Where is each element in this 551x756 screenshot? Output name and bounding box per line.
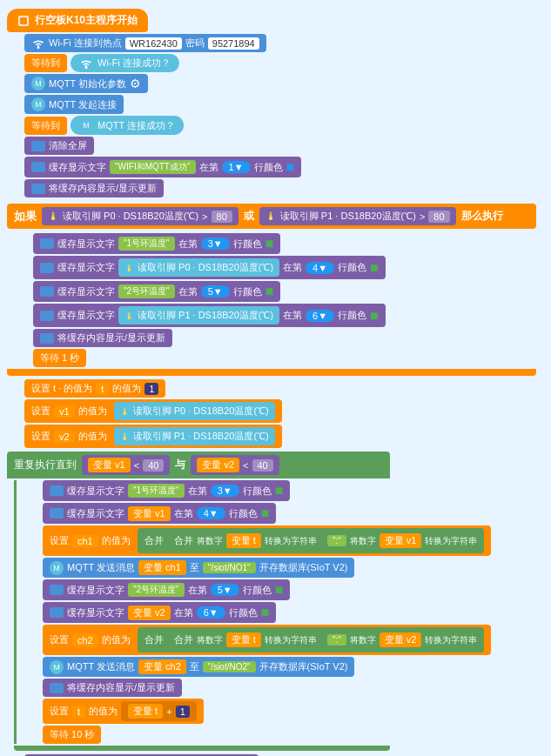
loop-save-v2-block[interactable]: 缓存显示文字 变量 v2 在第 6▼ 行颜色 ■ [43,602,276,623]
wait-mqtt-row: 等待到 M MQTT 连接成功？ [24,116,544,135]
save-2hao-icon [40,286,54,297]
hat-icon [17,15,30,27]
text-2hao: "2号环温度" [118,284,175,298]
loop-row-6[interactable]: 6▼ [197,606,225,619]
refresh1-label: 将缓存内容显示/显示更新 [49,182,157,195]
if-label: 如果 [14,209,37,224]
set-v2-block[interactable]: 设置 v2 的值为 🌡 读取引脚 P1 · DS18B20温度(℃) [24,425,282,448]
loop-refresh-row: 将缓存内容显示/显示更新 [43,679,544,697]
hat-block-row: 行空板K10主程序开始 [7,9,544,32]
mqtt-send2-block[interactable]: M MQTT 发送消息 变量 ch2 至 "/siot/NO2" 开存数据库(S… [43,657,354,677]
mqtt-send2-row: M MQTT 发送消息 变量 ch2 至 "/siot/NO2" 开存数据库(S… [43,657,544,677]
row-1-val[interactable]: 1▼ [222,161,251,173]
t-val[interactable]: 1 [144,383,158,395]
refresh1-row: 将缓存内容显示/显示更新 [24,179,544,197]
set-t-label: 设置 t · 的值为 [31,382,92,395]
mqtt-connect-row: M MQTT 发起连接 [24,95,544,114]
slot-no2: "/siot/NO2" [203,661,256,672]
workspace: 行空板K10主程序开始 Wi-Fi 连接到热点 WR162430 密码 9527… [0,0,551,756]
loop-val-40-1: 40 [143,459,164,472]
v1-temp-block: 🌡 读取引脚 P0 · DS18B20温度(℃) [114,402,275,420]
loop-save-1hao-block[interactable]: 缓存显示文字 "1号环温度" 在第 3▼ 行颜色 ■ [43,480,290,501]
wait-wifi-block[interactable]: 等待到 [24,54,67,72]
wait-mqtt-label: 等待到 [31,119,60,132]
row-4-val[interactable]: 4▼ [306,262,334,274]
merge-var-v1: 变量 v1 [380,533,422,548]
set-ch1-block[interactable]: 设置 ch1 的值为 合并 合并 将数字 变量 t 转换为字符串 ":" 将数字… [43,525,491,556]
set-t-block[interactable]: 设置 t · 的值为 t 的值为 1 [24,379,165,398]
or-label: 或 [244,209,254,224]
refresh1-icon [31,184,45,194]
loop-save-2hao-icon [50,585,64,595]
mqtt-send1-row: M MQTT 发送消息 变量 ch1 至 "/siot/NO1" 开存数据库(S… [43,558,544,578]
wifi-connect-block[interactable]: Wi-Fi 连接到热点 WR162430 密码 95271894 [24,34,266,52]
save-1hao-row: 缓存显示文字 "1号环温度" 在第 3▼ 行颜色 ■ [33,233,544,254]
mqtt-init-label: MQTT 初始化参数 [49,77,126,90]
save-p1-block[interactable]: 缓存显示文字 🌡 读取引脚 P1 · DS18B20温度(℃) 在第 6▼ 行颜… [33,304,386,327]
if-bottom [7,369,536,376]
wait-mqtt-block[interactable]: 等待到 [24,117,67,135]
clear-screen-block[interactable]: 清除全屏 [24,137,94,155]
wait-10s-row: 等待 10 秒 [43,726,544,744]
val-80-1: 80 [212,211,232,223]
wifi-success-label: Wi-Fi 连接成功？ [97,57,171,70]
refresh-if-block[interactable]: 将缓存内容显示/显示更新 [33,329,172,347]
row-3-val[interactable]: 3▼ [201,238,230,250]
row-6-val[interactable]: 6▼ [306,310,334,322]
v2-temp-block: 🌡 读取引脚 P1 · DS18B20温度(℃) [114,427,275,445]
save-p0-icon [40,263,54,273]
loop-while-block[interactable]: 重复执行直到 变量 v1 < 40 与 变量 v2 < 40 [7,452,390,478]
mqtt-ch1-var: 变量 ch1 [138,560,186,575]
wifi-icon [31,38,45,49]
save-text1-block[interactable]: 缓存显示文字 "WIFI和MQTT成功" 在第 1▼ 行颜色 ■ [24,157,301,177]
hat-label: 行空板K10主程序开始 [35,13,138,28]
wifi-success-pill: Wi-Fi 连接成功？ [71,54,179,72]
val-80-2: 80 [428,211,449,223]
mqtt-connect-block[interactable]: M MQTT 发起连接 [24,95,124,114]
wait-10s-block[interactable]: 等待 10 秒 [43,726,101,744]
compare-block-1: 🌡 读取引脚 P0 · DS18B20温度(℃) > 80 [42,207,239,225]
wifi-password[interactable]: 95271894 [208,37,259,50]
t-var: t [96,383,109,395]
wifi-ssid[interactable]: WR162430 [125,37,182,50]
save-p0-block[interactable]: 缓存显示文字 🌡 读取引脚 P0 · DS18B20温度(℃) 在第 4▼ 行颜… [33,256,386,279]
mqtt-init-block[interactable]: M MQTT 初始化参数 ⚙ [24,74,148,93]
set-t-inc-block[interactable]: 设置 t 的值为 变量 t + 1 [43,699,204,724]
wait-10s-label: 等待 10 秒 [50,728,94,741]
loop-refresh-block[interactable]: 将缓存内容显示/显示更新 [43,679,182,697]
loop-row-5[interactable]: 5▼ [211,584,239,596]
and-label: 与 [175,458,185,472]
loop-save-v1-block[interactable]: 缓存显示文字 变量 v1 在第 4▼ 行颜色 ■ [43,503,276,524]
wait-1s-block[interactable]: 等待 1 秒 [33,349,86,367]
if-main-block[interactable]: 如果 🌡 读取引脚 P0 · DS18B20温度(℃) > 80 或 🌡 读取引… [7,204,536,229]
v2-var: v2 [54,431,75,443]
set-ch2-block[interactable]: 设置 ch2 的值为 合并 合并 将数字 变量 t 转换为字符串 ":" 将数字… [43,625,491,655]
mqtt-ch2-var: 变量 ch2 [138,659,186,674]
merge2-block: 合并 将数字 变量 t 转换为字符串 [167,531,324,551]
set-v1-block[interactable]: 设置 v1 的值为 🌡 读取引脚 P0 · DS18B20温度(℃) [24,399,282,423]
plus-1: 1 [176,706,190,718]
loop-row-3[interactable]: 3▼ [211,485,239,497]
loop-val-40-2: 40 [252,459,273,472]
refresh-if-row: 将缓存内容显示/显示更新 [33,329,544,347]
row-5-val[interactable]: 5▼ [201,285,230,298]
refresh1-block[interactable]: 将缓存内容显示/显示更新 [24,179,164,197]
merge-var-t: 变量 t [226,533,261,548]
save-p0-row: 缓存显示文字 🌡 读取引脚 P0 · DS18B20温度(℃) 在第 4▼ 行颜… [33,256,544,279]
mqtt-send2-icon: M [50,660,64,674]
loop-save-2hao-block[interactable]: 缓存显示文字 "2号环温度" 在第 5▼ 行颜色 ■ [43,579,290,600]
wait-wifi-row: 等待到 Wi-Fi 连接成功？ [24,54,544,72]
save-1hao-block[interactable]: 缓存显示文字 "1号环温度" 在第 3▼ 行颜色 ■ [33,233,280,254]
save-2hao-row: 缓存显示文字 "2号环温度" 在第 5▼ 行颜色 ■ [33,281,544,302]
loop-save-v2-icon [50,607,64,618]
read-p0-label: 读取引脚 P0 · DS18B20温度(℃) [63,210,198,223]
wait-1s-label: 等待 1 秒 [40,351,79,365]
mqtt-send1-block[interactable]: M MQTT 发送消息 变量 ch1 至 "/siot/NO1" 开存数据库(S… [43,558,354,578]
svg-point-2 [37,46,40,49]
save-2hao-block[interactable]: 缓存显示文字 "2号环温度" 在第 5▼ 行颜色 ■ [33,281,280,302]
loop-row-4[interactable]: 4▼ [197,507,225,519]
display-icon [31,141,45,151]
set-ch1-row: 设置 ch1 的值为 合并 合并 将数字 变量 t 转换为字符串 ":" 将数字… [43,525,544,556]
wifi-mqtt-text: "WIFI和MQTT成功" [110,160,196,174]
save-p1-row: 缓存显示文字 🌡 读取引脚 P1 · DS18B20温度(℃) 在第 6▼ 行颜… [33,304,544,327]
